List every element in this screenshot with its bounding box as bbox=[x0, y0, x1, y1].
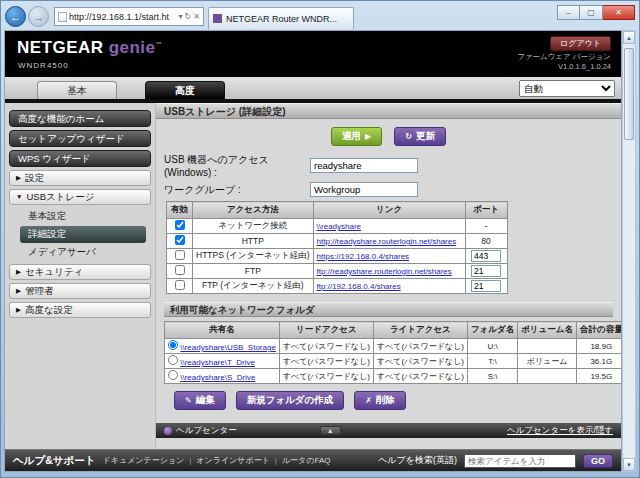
language-select[interactable]: 自動 bbox=[519, 80, 615, 97]
sidebar-section-usb-storage[interactable]: ▼ USBストレージ bbox=[9, 189, 151, 205]
sidebar-section-advanced-setup[interactable]: ▶ 高度な設定 bbox=[9, 302, 151, 318]
header-folder-name: フォルダ名 bbox=[467, 322, 517, 339]
header-share-name: 共有名 bbox=[165, 322, 280, 339]
scrollbar-track[interactable] bbox=[623, 44, 635, 458]
share-link[interactable]: \\readyshare bbox=[317, 222, 361, 231]
scrollbar-thumb[interactable] bbox=[624, 48, 634, 140]
separator: | bbox=[275, 456, 277, 465]
create-folder-button[interactable]: 新規フォルダの作成 bbox=[236, 391, 345, 410]
tab-title: NETGEAR Router WNDR... bbox=[226, 14, 337, 24]
documentation-link[interactable]: ドキュメンテーション bbox=[103, 455, 185, 466]
maximize-button[interactable]: ▢ bbox=[580, 5, 603, 20]
separator: | bbox=[189, 456, 191, 465]
scroll-up-chevron-icon[interactable]: ▲ bbox=[320, 426, 341, 435]
minimize-button[interactable]: – bbox=[557, 5, 580, 20]
footer-links: ドキュメンテーション | オンラインサポート | ルータのFAQ bbox=[103, 455, 331, 466]
https-enabled-checkbox[interactable] bbox=[175, 250, 185, 260]
tab-advanced[interactable]: 高度 bbox=[145, 81, 225, 99]
sidebar-section-setup[interactable]: ▶ 設定 bbox=[9, 170, 151, 186]
scroll-down-button[interactable]: ▼ bbox=[623, 458, 635, 471]
site-header: NETGEARgenie™ WNDR4500 ログアウト ファームウェア バージ… bbox=[5, 31, 621, 77]
share-link[interactable]: ftp://readyshare.routerlogin.net/shares bbox=[317, 267, 452, 276]
go-button[interactable]: GO bbox=[583, 454, 613, 468]
volume-name: ボリューム bbox=[518, 354, 577, 369]
share-link[interactable]: http://readyshare.routerlogin.net/shares bbox=[317, 237, 457, 246]
header-write-access: ライトアクセス bbox=[373, 322, 467, 339]
ftp-port-input[interactable] bbox=[471, 265, 501, 277]
table-row: \\readyshare\USB_Storage すべて(パスワードなし) すべ… bbox=[165, 339, 622, 354]
workgroup-row: ワークグループ : bbox=[164, 182, 613, 197]
table-row: FTP ftp://readyshare.routerlogin.net/sha… bbox=[167, 264, 508, 279]
ftp-internet-enabled-checkbox[interactable] bbox=[175, 280, 185, 290]
access-method: FTP (インターネット経由) bbox=[193, 279, 314, 294]
help-toggle-link[interactable]: ヘルプセンターを表示/隠す bbox=[507, 425, 613, 437]
netgear-genie-logo: NETGEARgenie™ bbox=[17, 38, 162, 58]
chevron-right-icon: ▶ bbox=[16, 265, 21, 279]
stop-icon[interactable]: ✕ bbox=[193, 12, 200, 21]
table-row: \\readyshare\T_Drive すべて(パスワードなし) すべて(パス… bbox=[165, 354, 622, 369]
scroll-up-button[interactable]: ▲ bbox=[623, 31, 635, 44]
page-title: USBストレージ (詳細設定) bbox=[156, 103, 621, 119]
router-model: WNDR4500 bbox=[18, 61, 69, 70]
sidebar-section-security[interactable]: ▶ セキュリティ bbox=[9, 264, 151, 280]
vertical-scrollbar[interactable]: ▲ ▼ bbox=[622, 30, 636, 472]
router-faq-link[interactable]: ルータのFAQ bbox=[282, 455, 331, 466]
ftp-internet-port-input[interactable] bbox=[471, 280, 501, 292]
access-method: ネットワーク接続 bbox=[193, 219, 314, 234]
share-radio[interactable] bbox=[168, 370, 178, 380]
sidebar-item-wps-wizard[interactable]: WPS ウィザード bbox=[9, 150, 151, 167]
forward-button[interactable]: → bbox=[28, 6, 49, 27]
usb-access-input[interactable] bbox=[310, 158, 418, 173]
workgroup-label: ワークグループ : bbox=[164, 183, 310, 197]
sidebar-section-admin[interactable]: ▶ 管理者 bbox=[9, 283, 151, 299]
sidebar-section-label: USBストレージ bbox=[26, 190, 94, 204]
share-link[interactable]: ftp://192.168.0.4/shares bbox=[317, 282, 401, 291]
sidebar-item-advanced-settings-selected[interactable]: 詳細設定 bbox=[20, 226, 146, 243]
address-dropdown-icon[interactable]: ▾ bbox=[179, 12, 183, 21]
http-enabled-checkbox[interactable] bbox=[175, 235, 185, 245]
delete-button[interactable]: ✗ 削除 bbox=[354, 391, 406, 410]
table-row: \\readyshare\S_Drive すべて(パスワードなし) すべて(パス… bbox=[165, 369, 622, 384]
folder-action-buttons: ✎ 編集 新規フォルダの作成 ✗ 削除 bbox=[174, 391, 613, 410]
sidebar: 高度な機能のホーム セットアップウィザード WPS ウィザード ▶ 設定 ▼ U… bbox=[5, 103, 155, 449]
sidebar-item-setup-wizard[interactable]: セットアップウィザード bbox=[9, 130, 151, 147]
apply-button[interactable]: 適用 ▶ bbox=[331, 127, 382, 146]
share-radio[interactable] bbox=[168, 355, 178, 365]
total-capacity: 18.9G bbox=[576, 339, 621, 354]
url-text[interactable]: http://192.168.1.1/start.ht bbox=[69, 12, 177, 22]
main-panel: USBストレージ (詳細設定) 適用 ▶ ↻ 更新 USB 機器へのア bbox=[155, 103, 621, 449]
logout-button[interactable]: ログアウト bbox=[550, 36, 611, 51]
help-search-input[interactable] bbox=[464, 454, 576, 468]
sidebar-item-advanced-home[interactable]: 高度な機能のホーム bbox=[9, 110, 151, 127]
brand-genie: genie bbox=[109, 38, 156, 57]
share-name-link[interactable]: \\readyshare\USB_Storage bbox=[180, 343, 276, 352]
refresh-button[interactable]: ↻ 更新 bbox=[394, 127, 446, 146]
tab-favicon bbox=[213, 14, 222, 23]
chevron-right-icon: ▶ bbox=[16, 284, 21, 298]
sidebar-item-media-server[interactable]: メディアサーバ bbox=[8, 244, 152, 261]
ftp-enabled-checkbox[interactable] bbox=[175, 265, 185, 275]
share-name-link[interactable]: \\readyshare\S_Drive bbox=[180, 373, 255, 382]
table-row: HTTP http://readyshare.routerlogin.net/s… bbox=[167, 234, 508, 249]
share-link[interactable]: https://192.168.0.4/shares bbox=[317, 252, 410, 261]
usb-access-row: USB 機器へのアクセス(Windows) : bbox=[164, 153, 613, 178]
edit-button[interactable]: ✎ 編集 bbox=[174, 391, 226, 410]
https-port-input[interactable] bbox=[471, 250, 501, 262]
body: 高度な機能のホーム セットアップウィザード WPS ウィザード ▶ 設定 ▼ U… bbox=[5, 103, 621, 449]
online-support-link[interactable]: オンラインサポート bbox=[196, 455, 270, 466]
window-controls: – ▢ ✕ bbox=[557, 5, 635, 20]
back-button[interactable]: ← bbox=[5, 6, 26, 27]
folder-name: T:\ bbox=[467, 354, 517, 369]
network-folders-title: 利用可能なネットワークフォルダ bbox=[164, 302, 613, 317]
share-name-link[interactable]: \\readyshare\T_Drive bbox=[180, 358, 255, 367]
address-bar[interactable]: http://192.168.1.1/start.ht ▾ ↻ ✕ bbox=[54, 7, 204, 26]
network-enabled-checkbox[interactable] bbox=[175, 220, 185, 230]
volume-name bbox=[518, 369, 577, 384]
workgroup-input[interactable] bbox=[310, 182, 418, 197]
share-radio[interactable] bbox=[168, 340, 178, 350]
refresh-icon[interactable]: ↻ bbox=[185, 12, 192, 21]
sidebar-item-basic-settings[interactable]: 基本設定 bbox=[8, 208, 152, 225]
tab-basic[interactable]: 基本 bbox=[37, 81, 117, 99]
browser-tab[interactable]: NETGEAR Router WNDR... bbox=[208, 7, 354, 29]
close-button[interactable]: ✕ bbox=[603, 5, 635, 20]
